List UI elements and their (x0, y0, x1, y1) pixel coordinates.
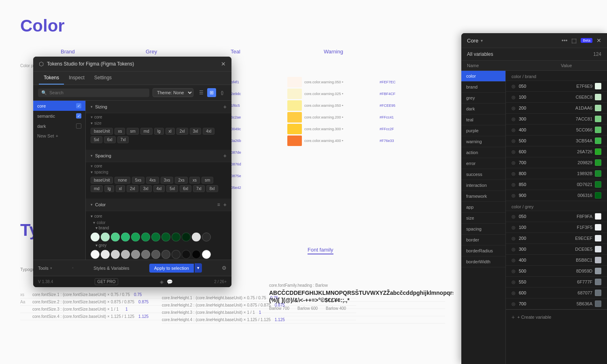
new-set-button[interactable]: New Set + (33, 131, 85, 141)
chip-7xl[interactable]: 7xl (117, 136, 129, 143)
grey-swatch-8[interactable] (161, 250, 170, 259)
brand-swatch-2[interactable] (101, 233, 110, 241)
sp-chip-md[interactable]: md (91, 185, 103, 192)
var-row-500-brand[interactable]: ◎ 500 3CB54A (506, 135, 607, 146)
search-input-area[interactable]: 🔍 (38, 89, 149, 97)
tab-inspect[interactable]: Inspect (64, 72, 89, 85)
sp-chip-none[interactable]: none (115, 177, 130, 184)
grey-swatch-2[interactable] (101, 250, 110, 259)
grey-swatch-7[interactable] (151, 250, 160, 259)
var-row-100-grey[interactable]: ◎ 100 F1F3F5 (506, 222, 607, 233)
core-checkbox[interactable] (76, 103, 81, 108)
sp-chip-lg[interactable]: lg (104, 185, 114, 192)
var-row-400-grey[interactable]: ◎ 400 B5B8C1 (506, 255, 607, 266)
chip-sm[interactable]: sm (127, 128, 138, 135)
var-row-200-grey[interactable]: ◎ 200 E9ECEF (506, 233, 607, 244)
grey-swatch-6[interactable] (141, 250, 150, 259)
brand-swatch-3[interactable] (111, 233, 120, 241)
var-row-050-brand[interactable]: ◎ 050 E7F6E9 (506, 81, 607, 92)
color-list-icon[interactable]: ≡ (217, 202, 220, 207)
var-row-850-brand[interactable]: ◎ 850 0D7621 (506, 179, 607, 190)
sp-chip-5xl[interactable]: 5xl (166, 185, 178, 192)
brand-swatch-8[interactable] (161, 233, 170, 241)
nav-error[interactable]: error (461, 158, 505, 169)
nav-borderWidth[interactable]: borderWidth (461, 256, 505, 267)
chip-baseUnit[interactable]: baseUnit (91, 128, 113, 135)
spacing-section-header[interactable]: ▾ Spacing + (86, 150, 231, 162)
sp-chip-7xl[interactable]: 7xl (193, 185, 205, 192)
sp-chip-sm[interactable]: sm (202, 177, 213, 184)
sp-chip-3xl[interactable]: 3xl (140, 185, 152, 192)
brand-swatch-6[interactable] (141, 233, 150, 241)
var-row-550-grey[interactable]: ◎ 550 6F777F (506, 277, 607, 288)
chip-md[interactable]: md (140, 128, 153, 135)
spacing-add-button[interactable]: + (223, 152, 227, 159)
apply-button[interactable]: Apply to selection (149, 264, 194, 273)
nav-brand[interactable]: brand (461, 82, 505, 93)
grey-swatch-11[interactable] (192, 250, 201, 259)
search-input[interactable] (49, 90, 146, 95)
nav-size[interactable]: size (461, 213, 505, 224)
var-row-700-brand[interactable]: ◎ 700 209829 (506, 157, 607, 168)
var-row-300-grey[interactable]: ◎ 300 DCE0E5 (506, 244, 607, 255)
brand-swatch-9[interactable] (172, 233, 180, 241)
sp-chip-4xs[interactable]: 4xs (146, 177, 159, 184)
nav-dark[interactable]: dark (461, 104, 505, 114)
var-row-200-brand[interactable]: ◎ 200 A1DAA6 (506, 103, 607, 114)
tab-settings[interactable]: Settings (89, 72, 117, 85)
color-add-button[interactable]: + (223, 201, 227, 208)
brand-swatch-7[interactable] (151, 233, 160, 241)
var-row-800-brand[interactable]: ◎ 800 19892B (506, 168, 607, 179)
nav-spacing[interactable]: spacing (461, 224, 505, 235)
panel-close-button[interactable]: ✕ (221, 61, 226, 67)
chip-3xl[interactable]: 3xl (190, 128, 202, 135)
dark-checkbox[interactable] (76, 123, 81, 129)
brand-swatch-12[interactable] (202, 233, 211, 241)
sp-chip-3xs[interactable]: 3xs (161, 177, 174, 184)
chip-4xl[interactable]: 4xl (203, 128, 214, 135)
apply-chevron-button[interactable]: ▾ (195, 263, 202, 273)
var-row-900-brand[interactable]: ◎ 900 006316 (506, 190, 607, 201)
chip-5xl[interactable]: 5xl (91, 136, 102, 143)
grey-swatch-4[interactable] (121, 250, 130, 259)
var-row-400-brand[interactable]: ◎ 400 5CC066 (506, 125, 607, 135)
sp-chip-xl[interactable]: xl (116, 185, 125, 192)
grid-view-icon[interactable]: ⊞ (207, 88, 216, 97)
semantic-checkbox[interactable] (76, 113, 81, 119)
sizing-section-header[interactable]: ▾ Sizing + (86, 101, 231, 113)
var-row-500-grey[interactable]: ◎ 500 8D959D (506, 266, 607, 277)
sizing-add-button[interactable]: + (223, 104, 227, 110)
brand-swatch-10[interactable] (182, 233, 191, 241)
core-close-button[interactable]: ✕ (596, 37, 601, 44)
var-row-050-grey[interactable]: ◎ 050 F8F9FA (506, 211, 607, 222)
get-pro-button[interactable]: GET PRO (95, 278, 119, 285)
chip-6xl[interactable]: 6xl (104, 136, 116, 143)
nav-app[interactable]: app (461, 202, 505, 213)
nav-purple[interactable]: purple (461, 125, 505, 136)
brand-swatch-4[interactable] (121, 233, 130, 241)
brand-swatch-11[interactable] (192, 233, 201, 241)
var-row-100-brand[interactable]: ◎ 100 C6E8C8 (506, 92, 607, 103)
nav-grey[interactable]: grey (461, 93, 505, 104)
create-variable-button[interactable]: + + Create variable (506, 309, 607, 324)
nav-borderRadius[interactable]: borderRadius (461, 245, 505, 256)
var-row-300-brand[interactable]: ◎ 300 7ACC81 (506, 114, 607, 125)
sp-chip-2xs[interactable]: 2xs (175, 177, 188, 184)
theme-select[interactable]: Theme: None (153, 88, 193, 97)
nav-warning[interactable]: warning (461, 136, 505, 147)
color-section-header[interactable]: ▾ Color ≡ + (86, 199, 231, 211)
chip-xl[interactable]: xl (166, 128, 175, 135)
nav-teal[interactable]: teal (461, 114, 505, 125)
nav-action[interactable]: action (461, 147, 505, 158)
grey-swatch-1[interactable] (91, 250, 100, 259)
grey-swatch-12[interactable] (202, 250, 211, 259)
sp-chip-4xl[interactable]: 4xl (153, 185, 165, 192)
sp-chip-8xl[interactable]: 8xl (206, 185, 218, 192)
set-item-core[interactable]: core (33, 101, 85, 111)
chip-xs[interactable]: xs (115, 128, 125, 135)
var-row-600-grey[interactable]: ◎ 600 687077 (506, 288, 607, 298)
grey-swatch-5[interactable] (131, 250, 140, 259)
core-more-icon[interactable]: ••• (562, 37, 568, 44)
list-view-icon[interactable]: ☰ (197, 88, 206, 97)
brand-swatch-1[interactable] (91, 233, 100, 241)
